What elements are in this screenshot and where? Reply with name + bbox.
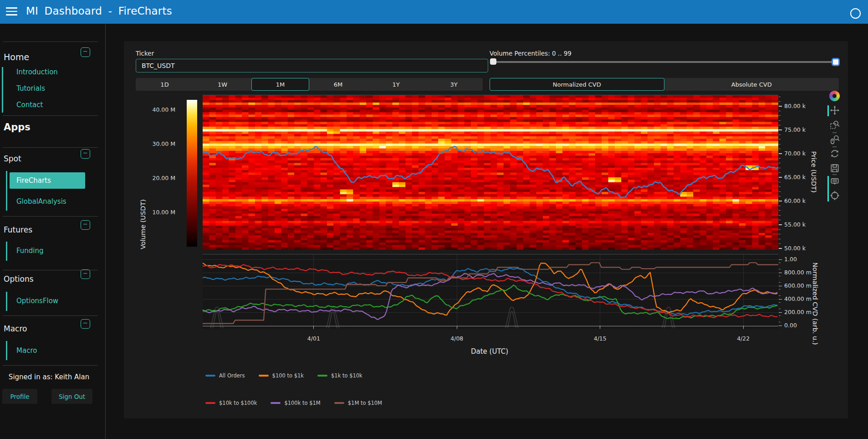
- range-button-1d[interactable]: 1D: [136, 78, 194, 91]
- pan-tool-icon[interactable]: [830, 105, 840, 115]
- cvd-minor-tick: [779, 295, 781, 296]
- legend-row-1: All Orders$100 to $1k$1k to $10k: [205, 372, 363, 379]
- collapse-section-icon[interactable]: −: [81, 220, 90, 230]
- price-minor-tick: [779, 158, 781, 159]
- price-axis-title: Price (USDT): [810, 151, 817, 192]
- price-minor-tick: [779, 134, 781, 135]
- price-minor-tick: [779, 182, 781, 182]
- cvd-minor-tick: [779, 282, 781, 283]
- legend-item: $10k to $100k: [205, 400, 257, 406]
- volume-heatmap-canvas[interactable]: [203, 95, 778, 250]
- toolbar-separator: [832, 146, 837, 147]
- cvd-mode-group: Normalized CVDAbsolute CVD: [490, 78, 839, 91]
- volume-tick-label: 40.00 M: [147, 106, 175, 113]
- sidebar-section-home: Home: [4, 52, 29, 62]
- sidebar-item-contact[interactable]: Contact: [16, 101, 43, 109]
- legend-label: $1M to $10M: [348, 400, 382, 406]
- sidebar-section-options: Options: [4, 274, 34, 284]
- price-tick: [779, 129, 782, 130]
- sidebar-section-spot: Spot: [4, 154, 21, 163]
- collapse-section-icon[interactable]: −: [81, 319, 90, 329]
- volume-tick-label: 30.00 M: [147, 140, 175, 147]
- price-tick: [779, 224, 782, 225]
- hamburger-menu-icon[interactable]: [6, 7, 17, 16]
- sidebar-item-macro[interactable]: Macro: [16, 346, 37, 355]
- volume-tick-label: 10.00 M: [147, 209, 175, 216]
- collapse-section-icon[interactable]: −: [81, 47, 90, 57]
- bokeh-logo-icon[interactable]: [829, 91, 840, 101]
- price-minor-tick: [779, 186, 781, 187]
- price-tick: [779, 201, 782, 201]
- ticker-input[interactable]: [136, 59, 488, 72]
- legend-item: All Orders: [205, 372, 245, 379]
- date-tick-label: 4/01: [306, 335, 321, 342]
- legend-swatch-icon: [205, 402, 215, 404]
- section-accent-line: [6, 292, 7, 311]
- cvd-minor-tick: [779, 315, 781, 316]
- legend-swatch-icon: [259, 375, 269, 377]
- cvd-minor-tick: [779, 269, 781, 269]
- price-minor-tick: [779, 120, 781, 121]
- sidebar-item-firecharts[interactable]: FireCharts: [16, 176, 51, 185]
- main-panel: Ticker 1D1W1M6M1Y3Y Volume Percentiles: …: [124, 41, 848, 418]
- sidebar-item-funding[interactable]: Funding: [16, 247, 44, 255]
- price-tick: [779, 153, 782, 154]
- price-minor-tick: [779, 115, 781, 116]
- price-minor-tick: [779, 144, 781, 145]
- date-axis-title: Date (UTC): [471, 347, 508, 356]
- sidebar-section-divider: [3, 216, 98, 217]
- volume-percentile-slider[interactable]: [491, 61, 839, 63]
- slider-handle-low[interactable]: [490, 58, 496, 65]
- price-minor-tick: [779, 215, 781, 216]
- wheel-zoom-tool-icon[interactable]: [830, 134, 840, 145]
- price-minor-tick: [779, 172, 781, 173]
- collapse-section-icon[interactable]: −: [81, 269, 90, 279]
- legend-label: All Orders: [219, 372, 245, 379]
- volume-axis-title: Volume (USDT): [139, 199, 147, 249]
- sidebar-apps-heading: Apps: [4, 122, 31, 133]
- cvd-tick-label: 400.00 m: [784, 295, 812, 302]
- sign-out-button[interactable]: Sign Out: [51, 389, 92, 404]
- sidebar-item-tutorials[interactable]: Tutorials: [16, 84, 45, 93]
- signed-in-text: Signed in as: Keith Alan: [0, 373, 98, 381]
- box-zoom-tool-icon[interactable]: [830, 120, 840, 130]
- crosshair-tool-icon[interactable]: [830, 191, 840, 201]
- price-minor-tick: [779, 243, 781, 244]
- price-tick: [779, 106, 782, 106]
- cvd-button-normalized-cvd[interactable]: Normalized CVD: [490, 78, 664, 91]
- hover-tool-icon[interactable]: [830, 177, 840, 187]
- reset-tool-icon[interactable]: [830, 149, 840, 159]
- sidebar-section-divider: [3, 365, 98, 366]
- sidebar-item-optionsflow[interactable]: OptionsFlow: [16, 297, 58, 305]
- price-minor-tick: [779, 139, 781, 139]
- cvd-line-chart-canvas[interactable]: [203, 254, 778, 332]
- cvd-tick: [779, 299, 782, 300]
- range-button-6m[interactable]: 6M: [309, 78, 367, 91]
- sidebar-item-globalanalysis[interactable]: GlobalAnalysis: [16, 197, 66, 206]
- sidebar-item-introduction[interactable]: Introduction: [16, 68, 58, 76]
- active-tool-indicator: [827, 105, 829, 116]
- user-status-circle-icon[interactable]: [850, 8, 861, 19]
- legend-label: $100k to $1M: [284, 400, 320, 406]
- time-range-group: 1D1W1M6M1Y3Y: [136, 78, 483, 91]
- cvd-minor-tick: [779, 289, 781, 289]
- legend-label: $10k to $100k: [219, 400, 257, 406]
- range-button-1y[interactable]: 1Y: [367, 78, 425, 91]
- price-tick: [779, 248, 782, 248]
- cvd-button-absolute-cvd[interactable]: Absolute CVD: [664, 78, 839, 91]
- collapse-section-icon[interactable]: −: [81, 149, 90, 159]
- slider-handle-high[interactable]: [832, 58, 840, 66]
- range-button-1w[interactable]: 1W: [194, 78, 251, 91]
- profile-button[interactable]: Profile: [2, 389, 37, 404]
- range-button-1m[interactable]: 1M: [251, 78, 309, 91]
- save-tool-icon[interactable]: [830, 163, 840, 173]
- cvd-tick-label: 1.00: [784, 256, 797, 263]
- sidebar-section-macro: Macro: [4, 324, 27, 333]
- sidebar-divider: [105, 24, 106, 439]
- legend-swatch-icon: [317, 375, 327, 377]
- legend-item: $1M to $10M: [334, 400, 382, 406]
- price-minor-tick: [779, 220, 781, 220]
- price-tick: [779, 177, 782, 177]
- cvd-tick-label: 200.00 m: [784, 309, 812, 315]
- range-button-3y[interactable]: 3Y: [425, 78, 483, 91]
